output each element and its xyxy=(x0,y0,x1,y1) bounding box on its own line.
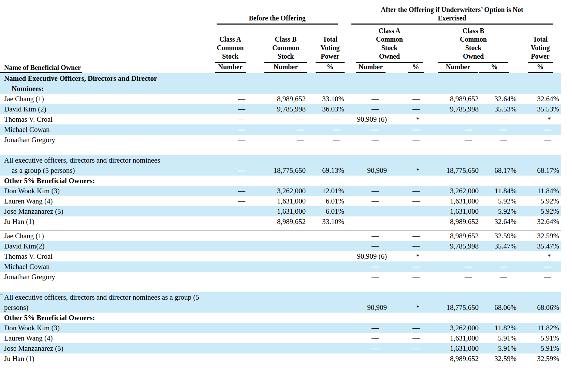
value-cell: — xyxy=(346,135,389,145)
value-cell: — xyxy=(426,135,479,145)
section-header-row: Named Executive Officers, Directors and … xyxy=(0,73,561,94)
value-cell xyxy=(307,261,346,272)
value-cell xyxy=(307,333,346,343)
table-row: Jae Chang (1)—8,989,65233.10%——8,989,652… xyxy=(0,94,561,104)
header-after-class-b-number: Number xyxy=(426,63,479,73)
value-cell xyxy=(307,241,346,251)
section-header-row: Other 5% Beneficial Owners: xyxy=(0,313,561,323)
value-cell xyxy=(307,251,346,261)
owner-name-cell: Named Executive Officers, Directors and … xyxy=(0,73,561,94)
value-cell xyxy=(205,230,247,241)
owner-name-cell: Michael Cowan xyxy=(0,261,205,272)
table-row: Lauren Wang (4)—1,631,0006.01%——1,631,00… xyxy=(0,196,561,206)
value-cell: — xyxy=(247,135,307,145)
value-cell: 35.53% xyxy=(519,104,561,114)
value-cell: — xyxy=(346,94,389,104)
owner-name-cell: All executive officers, directors and di… xyxy=(0,292,205,313)
table-row: All executive officers, directors and di… xyxy=(0,292,561,313)
value-cell: 1,631,000 xyxy=(426,206,479,216)
value-cell: 12.01% xyxy=(307,186,346,196)
table-row: Jose Manzanarez (5)—1,631,0006.01%——1,63… xyxy=(0,206,561,216)
value-cell: 68.17% xyxy=(479,155,519,176)
value-cell: — xyxy=(205,94,247,104)
value-cell: 18,775,650 xyxy=(426,292,479,313)
value-cell: 36.03% xyxy=(307,104,346,114)
value-cell xyxy=(307,353,346,364)
value-cell: — xyxy=(389,216,426,227)
value-cell: 18,775,650 xyxy=(247,155,307,176)
value-cell: 5.91% xyxy=(519,343,561,353)
value-cell: 68.06% xyxy=(519,292,561,313)
value-cell: — xyxy=(479,251,519,261)
value-cell: — xyxy=(479,124,519,135)
value-cell xyxy=(426,251,479,261)
value-cell: 18,775,650 xyxy=(426,155,479,176)
value-cell: 1,631,000 xyxy=(426,196,479,206)
value-cell: — xyxy=(389,261,426,272)
table-row: David Kim (2)—9,785,99836.03%——9,785,998… xyxy=(0,104,561,114)
value-cell: 68.17% xyxy=(519,155,561,176)
value-cell xyxy=(205,261,247,272)
value-cell: — xyxy=(389,333,426,343)
owner-name-cell: Michael Cowan xyxy=(0,124,205,135)
value-cell: — xyxy=(346,241,389,251)
value-cell: — xyxy=(346,343,389,353)
value-cell: 33.10% xyxy=(307,94,346,104)
value-cell: — xyxy=(307,135,346,145)
owner-name-cell: Thomas V. Croal xyxy=(0,114,205,124)
table-row: Jose Manzanarez (5)——1,631,0005.91%5.91% xyxy=(0,343,561,353)
value-cell xyxy=(307,343,346,353)
value-cell xyxy=(307,230,346,241)
value-cell xyxy=(247,230,307,241)
value-cell: — xyxy=(346,333,389,343)
value-cell xyxy=(247,353,307,364)
table-row: Lauren Wang (4)——1,631,0005.91%5.91% xyxy=(0,333,561,343)
value-cell xyxy=(205,241,247,251)
name-of-beneficial-owner-header: Name of Beneficial Owner xyxy=(0,63,205,73)
value-cell: 1,631,000 xyxy=(426,343,479,353)
table-row: Michael Cowan———————— xyxy=(0,124,561,135)
header-before-total-pct: % xyxy=(307,63,346,73)
value-cell: — xyxy=(307,114,346,124)
document-page: Before the Offering After the Offering i… xyxy=(0,5,567,392)
value-cell: — xyxy=(205,196,247,206)
name-column-spacer xyxy=(0,5,205,25)
table-row: Jonathan Gregory———————— xyxy=(0,135,561,145)
value-cell: 11.84% xyxy=(479,186,519,196)
owner-name-cell: Jonathan Gregory xyxy=(0,135,205,145)
owner-name-cell: Thomas V. Croal xyxy=(0,251,205,261)
owner-name-cell: David Kim(2) xyxy=(0,241,205,251)
value-cell: — xyxy=(346,323,389,333)
value-cell: 90,909 xyxy=(346,155,389,176)
header-after-class-b-pct: % xyxy=(479,63,519,73)
value-cell: — xyxy=(389,186,426,196)
value-cell: — xyxy=(346,272,389,282)
value-cell: — xyxy=(426,272,479,282)
table-row: David Kim(2)——9,785,99835.47%35.47% xyxy=(0,241,561,251)
leaf-header-row: Name of Beneficial Owner Number Number %… xyxy=(0,63,561,73)
value-cell: 8,989,652 xyxy=(426,353,479,364)
table-row: Ju Han (1)—8,989,65233.10%——8,989,65232.… xyxy=(0,216,561,227)
spacer-row xyxy=(0,282,561,292)
class-header-row: Class A Common Stock Class B Common Stoc… xyxy=(0,25,561,63)
table-row: Don Wook Kim (3)——3,262,00011.82%11.82% xyxy=(0,323,561,333)
table-row: Ju Han (1)——8,989,65232.59%32.59% xyxy=(0,353,561,364)
owner-name-cell: Other 5% Beneficial Owners: xyxy=(0,313,561,323)
owner-name-cell: Ju Han (1) xyxy=(0,216,205,227)
header-group-before-offering: Before the Offering xyxy=(205,5,346,25)
value-cell: — xyxy=(307,124,346,135)
value-cell xyxy=(205,343,247,353)
value-cell: 11.84% xyxy=(519,186,561,196)
value-cell: — xyxy=(389,343,426,353)
value-cell: * xyxy=(389,292,426,313)
value-cell: — xyxy=(205,186,247,196)
value-cell: — xyxy=(205,206,247,216)
value-cell: — xyxy=(519,124,561,135)
value-cell: — xyxy=(389,353,426,364)
value-cell: — xyxy=(346,104,389,114)
value-cell: 35.53% xyxy=(479,104,519,114)
value-cell: 1,631,000 xyxy=(426,333,479,343)
value-cell: 11.82% xyxy=(519,323,561,333)
header-before-total-voting: Total Voting Power xyxy=(307,25,346,63)
name-column-spacer xyxy=(0,25,205,63)
